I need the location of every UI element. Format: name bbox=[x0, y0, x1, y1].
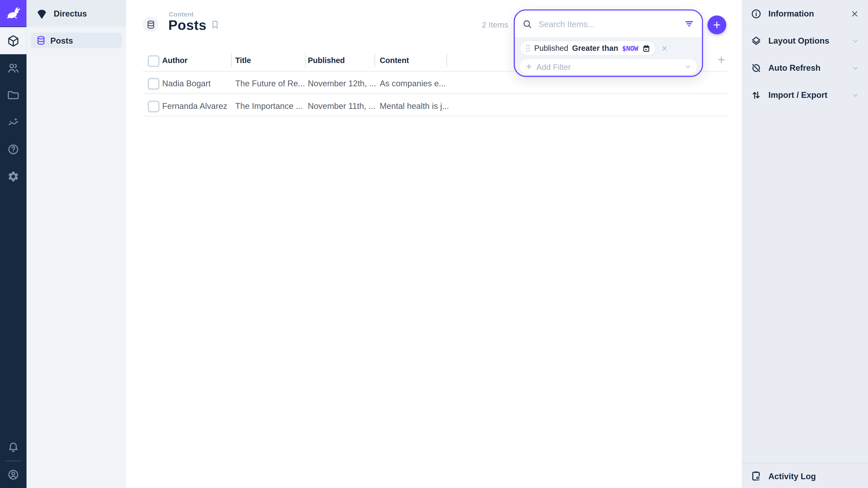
filter-area: Published Greater than $NOW bbox=[515, 37, 702, 74]
breadcrumb[interactable]: Content bbox=[169, 11, 194, 18]
sidebar-item-label: Posts bbox=[51, 36, 73, 45]
sidebar-section-layout-options[interactable]: Layout Options bbox=[742, 27, 868, 54]
calendar-icon[interactable] bbox=[642, 44, 650, 53]
account-icon bbox=[7, 468, 20, 481]
module-insights[interactable] bbox=[0, 108, 27, 135]
activity-log-label: Activity Log bbox=[768, 471, 816, 481]
sidebar-section-information[interactable]: Information bbox=[742, 0, 868, 27]
box-icon bbox=[7, 35, 20, 47]
column-separator bbox=[231, 53, 232, 67]
sidebar-section-import-export[interactable]: Import / Export bbox=[742, 81, 868, 108]
table-cell-title[interactable]: The Future of Re... bbox=[235, 78, 305, 88]
row-checkbox[interactable] bbox=[148, 78, 159, 90]
directus-rabbit-icon bbox=[5, 5, 22, 22]
help-icon bbox=[7, 143, 20, 155]
module-content[interactable] bbox=[0, 27, 27, 54]
table-divider bbox=[143, 93, 727, 94]
table-cell-author[interactable]: Nadia Bogart bbox=[162, 78, 211, 88]
sidebar-item-posts[interactable]: Posts bbox=[31, 33, 122, 48]
table-cell-title[interactable]: The Importance ... bbox=[235, 101, 303, 111]
sync-disabled-icon bbox=[751, 62, 762, 73]
directus-app: Directus Posts Content bbox=[0, 0, 868, 488]
activity-log-button[interactable]: Activity Log bbox=[742, 462, 868, 488]
bell-icon bbox=[7, 441, 20, 453]
database-icon bbox=[36, 35, 46, 45]
module-settings[interactable] bbox=[0, 163, 27, 190]
table-cell-published[interactable]: November 12th, ... bbox=[308, 78, 376, 88]
page-title: Posts bbox=[168, 17, 206, 33]
database-icon bbox=[146, 20, 155, 29]
column-header-title[interactable]: Title bbox=[235, 56, 251, 65]
chevron-down-icon[interactable] bbox=[851, 91, 859, 99]
sidebar-section-auto-refresh[interactable]: Auto Refresh bbox=[742, 54, 868, 81]
chevron-down-icon bbox=[684, 63, 691, 70]
drag-handle-icon[interactable] bbox=[525, 44, 530, 52]
project-header[interactable]: Directus bbox=[27, 0, 126, 27]
project-name: Directus bbox=[54, 8, 87, 18]
remove-filter-icon[interactable] bbox=[661, 44, 668, 52]
chevron-down-icon[interactable] bbox=[851, 64, 859, 72]
row-checkbox[interactable] bbox=[148, 101, 159, 112]
add-filter-button[interactable]: Add Filter bbox=[520, 59, 697, 74]
select-all-checkbox[interactable] bbox=[148, 55, 159, 67]
search-row bbox=[515, 11, 702, 37]
column-header-content[interactable]: Content bbox=[380, 56, 409, 65]
table-cell-published[interactable]: November 11th, ... bbox=[308, 101, 375, 111]
table-cell-author[interactable]: Fernanda Alvarez bbox=[162, 101, 227, 111]
activity-log-icon bbox=[751, 470, 762, 482]
add-filter-label: Add Filter bbox=[536, 62, 571, 71]
column-separator bbox=[446, 53, 447, 67]
sidebar-section-label: Layout Options bbox=[768, 36, 829, 45]
filter-field[interactable]: Published bbox=[534, 43, 568, 53]
column-separator bbox=[374, 53, 375, 67]
filter-operator[interactable]: Greater than bbox=[572, 43, 618, 53]
create-item-button[interactable] bbox=[708, 15, 726, 34]
sidebar-section-label: Import / Export bbox=[768, 90, 827, 100]
plus-icon bbox=[525, 63, 532, 70]
filter-chip[interactable]: Published Greater than $NOW bbox=[520, 40, 656, 56]
user-menu-button[interactable] bbox=[0, 461, 27, 488]
settings-icon bbox=[7, 170, 20, 182]
table-cell-content[interactable]: As companies e... bbox=[380, 78, 446, 88]
search-input[interactable] bbox=[537, 19, 679, 29]
plus-icon bbox=[712, 20, 722, 30]
main-content: Content Posts 2 Items bbox=[126, 0, 742, 488]
search-filter-panel: Published Greater than $NOW bbox=[514, 9, 703, 77]
layers-icon bbox=[751, 35, 762, 46]
filter-value[interactable]: $NOW bbox=[622, 44, 638, 53]
bookmark-icon[interactable] bbox=[210, 20, 220, 30]
right-sidebar: Information Layout Options bbox=[742, 0, 868, 488]
directus-logo[interactable] bbox=[0, 0, 27, 27]
sidebar-section-label: Auto Refresh bbox=[768, 63, 820, 72]
module-files[interactable] bbox=[0, 81, 27, 108]
close-icon[interactable] bbox=[850, 9, 859, 18]
module-bar bbox=[0, 0, 27, 488]
import-export-icon bbox=[751, 90, 762, 101]
column-separator bbox=[305, 53, 306, 67]
module-docs[interactable] bbox=[0, 135, 27, 163]
notifications-button[interactable] bbox=[0, 434, 27, 461]
filter-icon[interactable] bbox=[684, 18, 694, 29]
collection-icon-circle bbox=[143, 17, 158, 32]
folder-icon bbox=[7, 89, 20, 101]
table-divider bbox=[143, 116, 727, 117]
column-header-author[interactable]: Author bbox=[162, 56, 188, 65]
module-users[interactable] bbox=[0, 54, 27, 81]
navigation-sidebar: Directus Posts bbox=[27, 0, 126, 488]
column-header-published[interactable]: Published bbox=[308, 56, 345, 65]
insights-icon bbox=[7, 116, 20, 128]
fan-icon bbox=[36, 7, 48, 19]
chevron-down-icon[interactable] bbox=[851, 37, 859, 44]
users-icon bbox=[7, 62, 20, 74]
table-cell-content[interactable]: Mental health is j... bbox=[380, 101, 449, 111]
add-column-icon[interactable] bbox=[716, 55, 726, 65]
info-icon bbox=[751, 8, 762, 19]
sidebar-section-label: Information bbox=[768, 9, 814, 18]
items-count: 2 Items bbox=[447, 21, 508, 29]
search-icon bbox=[522, 19, 532, 29]
